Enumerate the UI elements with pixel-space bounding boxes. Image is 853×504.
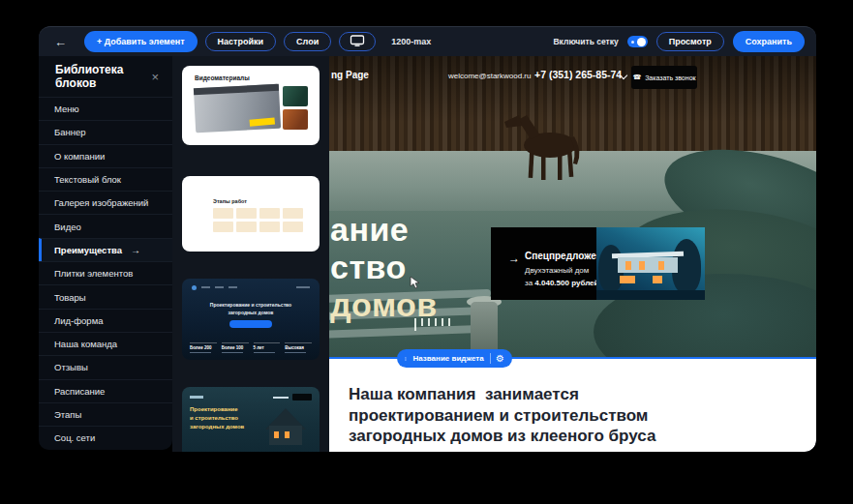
sidebar-item-about[interactable]: О компании bbox=[39, 144, 172, 167]
mouse-cursor-icon bbox=[410, 276, 421, 289]
stage-tile bbox=[213, 208, 233, 219]
sidebar-item-label: О компании bbox=[54, 151, 105, 162]
block-thumb-hero-dark[interactable]: Проектирование и строительство загородны… bbox=[182, 279, 320, 360]
offer-price-line: за 4.040.500 рублей! bbox=[525, 279, 601, 287]
drag-handle-icon[interactable] bbox=[405, 354, 407, 364]
intro-text-line: Наша компания занимается bbox=[349, 385, 579, 404]
stat-value: Высокая bbox=[285, 345, 312, 350]
horse-illustration bbox=[496, 109, 593, 182]
site-logo: ng Page bbox=[331, 70, 369, 80]
text-block-section: Наша компания занимается проектированием… bbox=[329, 359, 816, 452]
top-toolbar: ← + Добавить элемент Настройки Слои 1200… bbox=[39, 26, 816, 56]
sidebar-item-team[interactable]: Наша команда bbox=[39, 332, 172, 355]
page-canvas: ng Page welcome@starkwood.ru +7 (351) 26… bbox=[329, 56, 816, 452]
video-topbar bbox=[194, 84, 279, 96]
nav-phone bbox=[273, 397, 289, 399]
sidebar-item-label: Видео bbox=[54, 222, 81, 232]
sidebar-item-label: Товары bbox=[54, 292, 86, 303]
stat-value: 5 лет bbox=[254, 345, 281, 350]
sidebar-item-label: Наша команда bbox=[54, 339, 117, 349]
intro-text-line: по индивидуальным проектам bbox=[349, 448, 601, 453]
sidebar-item-label: Этапы bbox=[54, 409, 81, 420]
sidebar-item-schedule[interactable]: Расписание bbox=[39, 379, 172, 402]
stat-value: Более 100 bbox=[222, 345, 249, 350]
sidebar-item-advantages[interactable]: Преимущества → bbox=[39, 238, 172, 261]
sidebar-item-video[interactable]: Видео bbox=[39, 214, 172, 237]
widget-name-pill[interactable]: Название виджета ⚙ bbox=[397, 349, 512, 368]
thumb-title: загородных домов bbox=[182, 310, 320, 315]
panel-title: Библиотека блоков bbox=[55, 63, 151, 90]
add-element-button[interactable]: + Добавить элемент bbox=[84, 31, 198, 52]
house-photo bbox=[596, 227, 705, 300]
stage-tile bbox=[213, 222, 233, 232]
device-viewport-button[interactable] bbox=[339, 32, 376, 51]
hero-heading-line: ание bbox=[330, 211, 409, 249]
stage-tile bbox=[283, 222, 303, 232]
thumb-logo bbox=[190, 396, 203, 399]
hero-heading-line: ство bbox=[330, 249, 407, 286]
video-accent bbox=[250, 118, 276, 127]
stage-tile bbox=[236, 222, 257, 232]
grid-toggle[interactable] bbox=[627, 36, 648, 47]
grid-toggle-label: Включить сетку bbox=[553, 37, 618, 46]
video-preview-large bbox=[194, 84, 281, 133]
thumb-stats: Более 200 Более 100 5 лет Высокая bbox=[190, 342, 312, 353]
thumb-title: и строительство bbox=[190, 415, 238, 421]
nav-item bbox=[228, 286, 237, 288]
stat-subtext bbox=[285, 352, 306, 354]
save-button[interactable]: Сохранить bbox=[733, 31, 805, 52]
intro-text-line: загородных домов из клееного бруса bbox=[349, 427, 655, 446]
editor-root: ← + Добавить элемент Настройки Слои 1200… bbox=[0, 0, 853, 504]
sidebar-item-reviews[interactable]: Отзывы bbox=[39, 355, 172, 378]
thumb-nav bbox=[190, 394, 312, 400]
sidebar-item-tiles[interactable]: Плитки элементов bbox=[39, 261, 172, 284]
block-thumbnails-panel: Видеоматериалы #1 Название блока Этапы р… bbox=[172, 56, 329, 452]
stage-tile bbox=[236, 208, 257, 219]
sidebar-item-banner[interactable]: Баннер bbox=[39, 120, 172, 143]
sidebar-item-social[interactable]: Соц. сети bbox=[39, 426, 172, 449]
offer-line: Двухэтажный дом bbox=[525, 266, 589, 275]
thumb-title: Проектирование и строительство bbox=[182, 302, 320, 308]
block-thumb-video[interactable]: Видеоматериалы bbox=[182, 66, 320, 145]
stat-subtext bbox=[190, 352, 211, 354]
thumb-title: Проектирование bbox=[190, 406, 238, 412]
close-icon[interactable]: × bbox=[151, 70, 159, 84]
sidebar-item-leadform[interactable]: Лид-форма bbox=[39, 309, 172, 332]
stat-subtext bbox=[254, 352, 275, 354]
gear-icon[interactable]: ⚙ bbox=[496, 354, 504, 364]
preview-button[interactable]: Просмотр bbox=[656, 32, 724, 51]
hero-image-section: ng Page welcome@starkwood.ru +7 (351) 26… bbox=[329, 56, 816, 359]
video-preview-small-1 bbox=[283, 86, 308, 106]
stages-tile-grid bbox=[213, 208, 308, 232]
order-call-label: Заказать звонок bbox=[645, 74, 695, 81]
viewport-size-label: 1200-max bbox=[391, 37, 431, 46]
tick-marks-decor bbox=[414, 318, 450, 331]
sidebar-item-label: Лид-форма bbox=[54, 315, 103, 326]
order-call-button[interactable]: ☎ Заказать звонок bbox=[631, 66, 697, 89]
arrow-right-icon: → bbox=[508, 252, 520, 265]
sidebar-item-menu[interactable]: Меню bbox=[39, 97, 172, 120]
back-icon[interactable]: ← bbox=[54, 35, 67, 49]
thumb-title: загородных домов bbox=[190, 424, 244, 430]
sidebar-item-textblock[interactable]: Текстовый блок bbox=[39, 167, 172, 191]
stage-tile bbox=[259, 208, 280, 219]
block-thumb-stages[interactable]: Этапы работ bbox=[182, 176, 320, 252]
sidebar-item-gallery[interactable]: Галерея изображений bbox=[39, 191, 172, 214]
settings-button[interactable]: Настройки bbox=[205, 32, 276, 51]
widget-name-label: Название виджета bbox=[412, 354, 483, 363]
sidebar-item-products[interactable]: Товары bbox=[39, 284, 172, 308]
toggle-dot bbox=[631, 41, 634, 44]
layers-button[interactable]: Слои bbox=[284, 32, 331, 51]
thumb-cta-button bbox=[292, 394, 312, 400]
sidebar-item-label: Преимущества bbox=[54, 245, 122, 255]
phone-icon: ☎ bbox=[632, 74, 641, 81]
sidebar-item-label: Баннер bbox=[54, 127, 86, 137]
thumb-title: Этапы работ bbox=[213, 198, 247, 204]
block-library-panel: Библиотека блоков × Меню Баннер О компан… bbox=[39, 56, 172, 450]
sidebar-item-stages[interactable]: Этапы bbox=[39, 402, 172, 426]
block-thumb-hero-house[interactable]: Проектирование и строительство загородны… bbox=[182, 387, 320, 452]
thumb-nav bbox=[192, 285, 310, 289]
arrow-right-icon: → bbox=[131, 245, 140, 255]
sidebar-item-label: Соц. сети bbox=[54, 432, 95, 443]
stage-tile bbox=[283, 208, 303, 219]
